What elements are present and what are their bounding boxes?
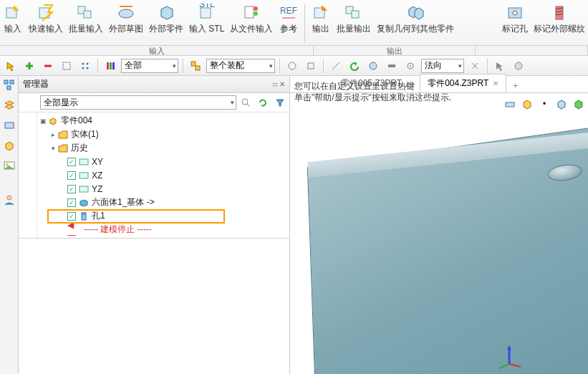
expand-icon[interactable]: ▸ <box>49 131 57 138</box>
svg-rect-24 <box>112 62 115 69</box>
ribbon-ref[interactable]: REF参考 <box>276 1 302 45</box>
folder-icon <box>57 143 69 154</box>
tab-new[interactable]: + <box>506 79 524 92</box>
remove-icon[interactable] <box>40 58 56 74</box>
vtab-view-icon[interactable] <box>1 118 17 133</box>
svg-rect-43 <box>79 173 88 178</box>
svg-text:STL: STL <box>199 4 215 9</box>
view-tool-a-icon[interactable] <box>503 97 516 110</box>
stop-arrow-icon: ◀— <box>67 224 82 236</box>
svg-point-39 <box>6 163 9 166</box>
collapse-icon[interactable]: ▣ <box>39 118 47 125</box>
tool-d-icon[interactable] <box>365 58 381 74</box>
scope-dropdown[interactable]: 全部 <box>121 59 178 73</box>
svg-point-40 <box>7 196 11 200</box>
select-points-icon[interactable] <box>77 58 93 74</box>
ribbon-group-input: 输入 <box>0 46 314 55</box>
ribbon-import[interactable]: 输入 <box>0 1 26 45</box>
tree-plane-yz[interactable]: ✓ YZ <box>37 182 289 196</box>
model-solid[interactable] <box>307 120 588 374</box>
vtab-user-icon[interactable] <box>1 192 17 208</box>
svg-point-33 <box>515 62 522 69</box>
filter-dropdown[interactable]: 全部显示 <box>40 95 236 110</box>
add-icon[interactable] <box>21 58 37 74</box>
svg-rect-7 <box>245 6 254 18</box>
tool-g-icon[interactable] <box>467 58 483 74</box>
tree-feature-box[interactable]: ✓ 六面体1_基体 -> <box>37 196 289 209</box>
tool-h-icon[interactable] <box>511 58 526 74</box>
ribbon-import-fast[interactable]: 快速输入 <box>26 1 66 45</box>
checkbox-icon[interactable]: ✓ <box>67 198 76 207</box>
view-tool-d-icon[interactable] <box>555 97 568 110</box>
canvas[interactable] <box>290 93 588 374</box>
search-icon[interactable] <box>238 95 254 110</box>
secondary-toolbar: 全部 整个装配 法向 <box>0 56 588 76</box>
ribbon-export-batch[interactable]: 批量输出 <box>334 1 374 45</box>
tree-root[interactable]: ▣ 零件004 <box>37 114 289 128</box>
vtab-tree-icon[interactable] <box>1 77 17 93</box>
vtab-box-icon[interactable] <box>1 138 17 153</box>
manager-close-icon[interactable]: ✕ <box>279 80 285 88</box>
pointer-icon[interactable] <box>3 58 19 74</box>
svg-rect-22 <box>107 62 109 69</box>
tree-stop[interactable]: ◀— ----- 建模停止 ----- <box>37 223 289 236</box>
vtab-layers-icon[interactable] <box>1 97 17 113</box>
ribbon-import-batch[interactable]: 批量输入 <box>66 1 106 45</box>
refresh-icon[interactable] <box>255 95 271 110</box>
tool-b-icon[interactable] <box>303 58 319 74</box>
svg-point-21 <box>87 67 89 69</box>
plane-icon <box>78 170 90 181</box>
view-tool-b-icon[interactable] <box>521 97 534 110</box>
checkbox-icon[interactable]: ✓ <box>67 171 76 180</box>
assembly-icon[interactable] <box>188 58 203 74</box>
svg-point-9 <box>254 11 258 16</box>
assembly-dropdown[interactable]: 整个装配 <box>206 59 275 73</box>
plane-icon <box>78 156 90 168</box>
svg-rect-37 <box>5 123 14 128</box>
view-tools: • <box>503 97 585 110</box>
undo-icon[interactable] <box>347 58 362 74</box>
svg-point-4 <box>119 9 133 18</box>
manager-opts-icon[interactable]: ⚏ <box>272 80 278 88</box>
svg-point-20 <box>82 67 85 69</box>
view-tool-e-icon[interactable] <box>572 97 585 110</box>
manager-filter-bar: 全部显示 <box>19 93 289 112</box>
collapse-icon[interactable]: ▾ <box>49 145 57 152</box>
tool-a-icon[interactable] <box>284 58 300 74</box>
manager-title: 管理器 <box>23 78 49 90</box>
ribbon-import-file[interactable]: 从文件输入 <box>227 1 276 45</box>
tree-plane-xz[interactable]: ✓ XZ <box>37 168 289 182</box>
ribbon-import-stl[interactable]: STL输入 STL <box>186 1 227 45</box>
direction-dropdown[interactable]: 法向 <box>421 59 464 73</box>
ribbon-mark-thread[interactable]: 标记外部螺纹 <box>531 1 588 45</box>
pointer2-icon[interactable] <box>492 58 508 74</box>
ribbon-group-output: 输出 <box>314 46 476 55</box>
ribbon-mark-hole[interactable]: 标记孔 <box>499 1 531 45</box>
viewport[interactable]: 零件005.Z3PRT✕ 零件004.Z3PRT✕ + 您可以在自定义设置里设置… <box>290 76 588 374</box>
ribbon-ext-part[interactable]: 外部零件 <box>146 1 186 45</box>
close-icon[interactable]: ✕ <box>493 80 498 87</box>
ribbon-ext-sketch[interactable]: 外部草图 <box>106 1 146 45</box>
checkbox-icon[interactable]: ✓ <box>67 185 76 193</box>
select-rect-icon[interactable] <box>59 58 74 74</box>
part-icon <box>47 115 59 127</box>
svg-rect-13 <box>352 11 359 18</box>
filter-columns-icon[interactable] <box>102 58 118 74</box>
tree-folder-solids[interactable]: ▸ 实体(1) <box>37 128 289 141</box>
svg-point-46 <box>82 213 86 214</box>
tool-e-icon[interactable] <box>384 58 400 74</box>
tree-plane-xy[interactable]: ✓ XY <box>37 155 289 168</box>
ribbon-export[interactable]: 输出 <box>308 1 334 45</box>
tool-c-icon[interactable] <box>328 58 344 74</box>
box-feature-icon <box>78 197 90 208</box>
view-tool-c-icon[interactable]: • <box>538 97 551 110</box>
ribbon-copy-geom[interactable]: 复制几何到其他零件 <box>374 1 457 45</box>
vtab-image-icon[interactable] <box>1 158 17 173</box>
funnel-icon[interactable] <box>272 95 288 110</box>
checkbox-icon[interactable]: ✓ <box>67 158 76 166</box>
vertical-tabs <box>0 76 19 374</box>
tool-f-icon[interactable] <box>403 58 418 74</box>
tree-folder-history[interactable]: ▾ 历史 <box>37 141 289 155</box>
svg-rect-3 <box>84 11 91 18</box>
svg-point-18 <box>82 62 85 64</box>
